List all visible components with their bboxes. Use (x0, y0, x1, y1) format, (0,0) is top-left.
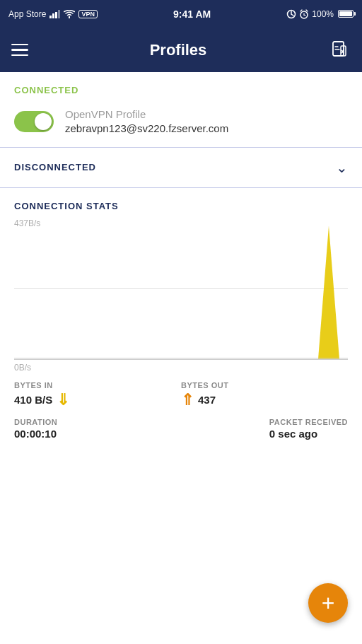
chart-min-label: 0B/s (0, 360, 362, 373)
up-arrow-icon: ⇑ (181, 391, 194, 409)
plus-icon: + (322, 592, 335, 614)
bytes-in-value: 410 B/S (14, 394, 52, 406)
profile-name: OpenVPN Profile (65, 108, 228, 120)
duration-label: DURATION (14, 418, 57, 426)
bytes-in-value-row: 410 B/S ⇓ (14, 391, 181, 409)
svg-rect-2 (333, 42, 344, 56)
disconnected-section-label: DISCONNECTED (14, 162, 96, 172)
nav-bar: Profiles (0, 28, 362, 72)
wifi-icon (64, 10, 75, 18)
bytes-out-value-row: ⇑ 437 (181, 391, 348, 409)
stats-footer: BYTES IN 410 B/S ⇓ BYTES OUT ⇑ 437 (0, 373, 362, 415)
packet-received-item: PACKET RECEIVED 0 sec ago (269, 418, 348, 440)
bytes-out-label: BYTES OUT (181, 381, 348, 390)
duration-item: DURATION 00:00:10 (14, 418, 57, 440)
disconnected-row[interactable]: DISCONNECTED ⌄ (0, 148, 362, 187)
bytes-in-item: BYTES IN 410 B/S ⇓ (14, 381, 181, 409)
bytes-out-value: 437 (198, 394, 216, 406)
chart-svg (14, 218, 348, 359)
svg-marker-4 (318, 226, 339, 359)
packet-received-label: PACKET RECEIVED (269, 418, 348, 426)
connected-section-label: CONNECTED (0, 72, 362, 103)
packet-received-value: 0 sec ago (269, 428, 348, 440)
menu-button[interactable] (11, 44, 28, 57)
connected-profile-item[interactable]: OpenVPN Profile zebravpn123@sv220.fzserv… (0, 103, 362, 147)
bytes-out-item: BYTES OUT ⇑ 437 (181, 381, 348, 409)
status-bar: App Store VPN 9:41 AM 100% (0, 0, 362, 28)
battery-percent: 100% (312, 9, 334, 19)
stats-section: CONNECTION STATS 437B/s 0B/s BYTES IN 41… (0, 188, 362, 448)
main-content: CONNECTED OpenVPN Profile zebravpn123@sv… (0, 72, 362, 644)
rotation-icon (286, 9, 296, 19)
down-arrow-icon: ⇓ (57, 391, 69, 409)
battery-icon (338, 10, 354, 18)
bytes-in-label: BYTES IN (14, 381, 181, 390)
alarm-icon (299, 9, 309, 19)
chevron-down-icon: ⌄ (336, 159, 348, 176)
toggle-knob (35, 113, 52, 130)
add-profile-fab[interactable]: + (308, 583, 348, 623)
duration-row: DURATION 00:00:10 PACKET RECEIVED 0 sec … (0, 415, 362, 448)
signal-bars-icon (49, 10, 60, 18)
status-left: App Store VPN (8, 9, 98, 19)
vpn-badge: VPN (78, 10, 98, 18)
vpn-toggle[interactable] (14, 111, 54, 132)
carrier-label: App Store (8, 9, 46, 19)
stats-section-label: CONNECTION STATS (0, 188, 362, 218)
profile-address: zebravpn123@sv220.fzserver.com (65, 122, 228, 136)
status-right: 100% (286, 9, 354, 19)
status-time: 9:41 AM (173, 8, 211, 20)
document-code-icon (329, 40, 349, 60)
page-title: Profiles (150, 41, 207, 59)
profile-info: OpenVPN Profile zebravpn123@sv220.fzserv… (65, 108, 228, 136)
code-icon-button[interactable] (328, 39, 351, 62)
chart-area: 437B/s (14, 218, 348, 360)
duration-value: 00:00:10 (14, 428, 57, 440)
